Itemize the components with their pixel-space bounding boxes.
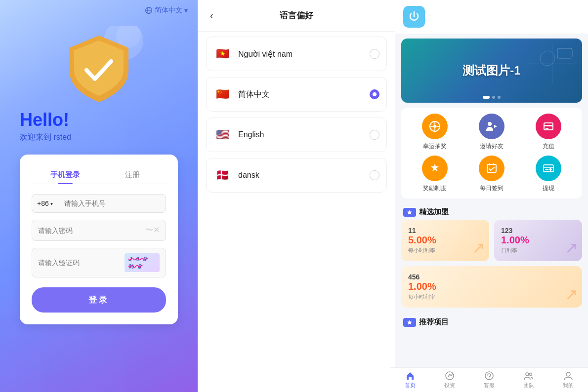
invest-card-1[interactable]: 11 5.00% 每小时利率 ↗ bbox=[401, 220, 489, 261]
invest-arrow-3: ↗ bbox=[565, 285, 578, 304]
banner[interactable]: 测试图片-1 bbox=[401, 39, 582, 103]
invest-rate-1: 5.00% bbox=[408, 235, 482, 246]
language-selector[interactable]: 简体中文 ▾ bbox=[135, 0, 198, 21]
icon-recharge[interactable]: 充值 bbox=[522, 114, 574, 151]
reward-circle bbox=[422, 156, 448, 181]
home-icon bbox=[405, 371, 415, 381]
nav-team[interactable]: 团队 bbox=[509, 368, 548, 392]
icon-invite[interactable]: 邀请好友 bbox=[466, 114, 518, 151]
invest-number-2: 123 bbox=[501, 227, 575, 235]
tab-phone-login[interactable]: 手机登录 bbox=[32, 166, 99, 184]
language-name-danish: dansk bbox=[238, 171, 370, 180]
nav-home[interactable]: 首页 bbox=[395, 368, 430, 392]
dot-1 bbox=[483, 96, 490, 99]
language-item-vietnamese[interactable]: 🇻🇳 Người việt nam bbox=[206, 37, 387, 71]
password-input-group: 〜✕ bbox=[32, 220, 166, 241]
hello-subtitle: 欢迎来到 rsted bbox=[20, 132, 178, 143]
recharge-circle bbox=[536, 114, 561, 139]
language-panel: ‹ 语言偏好 🇻🇳 Người việt nam 🇨🇳 简体中文 🇺🇸 Engl… bbox=[198, 0, 395, 392]
password-row: 〜✕ bbox=[32, 220, 166, 241]
language-item-chinese[interactable]: 🇨🇳 简体中文 bbox=[206, 77, 387, 112]
radio-inner-chinese bbox=[373, 92, 377, 96]
icon-reward[interactable]: 奖励制度 bbox=[409, 156, 461, 193]
banner-dots bbox=[483, 96, 501, 99]
reward-icon bbox=[428, 162, 441, 175]
radio-danish[interactable] bbox=[370, 170, 379, 180]
svg-rect-5 bbox=[557, 48, 572, 58]
password-input[interactable] bbox=[38, 227, 145, 235]
dot-2 bbox=[492, 96, 495, 99]
invest-label-2: 日利率 bbox=[501, 247, 575, 254]
globe-icon bbox=[145, 6, 153, 14]
language-panel-title: 语言偏好 bbox=[280, 10, 313, 21]
country-code-value: +86 bbox=[37, 199, 49, 207]
icon-grid: 幸运抽奖 邀请好友 bbox=[401, 108, 582, 198]
svg-point-6 bbox=[540, 51, 555, 66]
icon-checkin[interactable]: 每日签到 bbox=[466, 156, 518, 193]
invest-label-3: 每小时利率 bbox=[408, 293, 575, 301]
investment-grid: 11 5.00% 每小时利率 ↗ 123 1.00% 日利率 ↗ 456 1.0… bbox=[395, 220, 588, 313]
banner-decoration bbox=[528, 43, 577, 83]
radio-english[interactable] bbox=[370, 130, 379, 140]
language-item-english[interactable]: 🇺🇸 English bbox=[206, 118, 387, 152]
svg-point-30 bbox=[566, 372, 570, 376]
language-item-danish[interactable]: 🇩🇰 dansk bbox=[206, 158, 387, 193]
login-button[interactable]: 登录 bbox=[32, 287, 166, 313]
svg-point-29 bbox=[530, 373, 532, 376]
invest-arrow-2: ↗ bbox=[565, 238, 578, 257]
featured-title: 精选加盟 bbox=[419, 207, 449, 217]
profile-icon bbox=[563, 371, 573, 381]
withdraw-icon bbox=[542, 162, 555, 175]
back-button[interactable]: ‹ bbox=[208, 8, 215, 23]
radio-chinese[interactable] bbox=[370, 89, 379, 99]
featured-section-header: 精选加盟 bbox=[395, 202, 588, 220]
phone-input-row: +86 ▾ bbox=[32, 194, 166, 213]
app-icon bbox=[403, 6, 425, 28]
nav-service-label: 客服 bbox=[484, 382, 495, 389]
svg-rect-17 bbox=[546, 128, 548, 129]
captcha-input[interactable] bbox=[38, 259, 125, 267]
shield-illustration bbox=[54, 26, 143, 105]
flag-english: 🇺🇸 bbox=[213, 126, 231, 144]
svg-rect-16 bbox=[544, 125, 553, 126]
nav-service[interactable]: 客服 bbox=[469, 368, 509, 392]
chevron-down-icon: ▾ bbox=[184, 6, 188, 14]
svg-point-27 bbox=[489, 378, 490, 379]
lucky-draw-label: 幸运抽奖 bbox=[423, 142, 447, 151]
svg-rect-21 bbox=[544, 165, 553, 172]
nav-invest[interactable]: 投资 bbox=[430, 368, 469, 392]
badge-icon bbox=[406, 209, 413, 216]
invite-icon bbox=[485, 120, 498, 133]
language-header: ‹ 语言偏好 bbox=[198, 0, 395, 32]
invest-card-3[interactable]: 456 1.00% 每小时利率 ↗ bbox=[401, 266, 582, 308]
language-list: 🇻🇳 Người việt nam 🇨🇳 简体中文 🇺🇸 English 🇩🇰 … bbox=[198, 32, 395, 392]
nav-team-label: 团队 bbox=[523, 382, 534, 389]
captcha-image[interactable]: J 4 9 % 8 bbox=[125, 253, 160, 272]
svg-point-25 bbox=[446, 372, 454, 380]
eye-icon[interactable]: 〜✕ bbox=[145, 225, 160, 235]
featured-badge bbox=[403, 208, 416, 217]
power-icon bbox=[407, 10, 421, 24]
invest-label-1: 每小时利率 bbox=[408, 247, 482, 254]
invest-number-1: 11 bbox=[408, 227, 482, 235]
invest-rate-3: 1.00% bbox=[408, 281, 575, 292]
flag-danish: 🇩🇰 bbox=[213, 166, 231, 184]
country-code-selector[interactable]: +86 ▾ bbox=[32, 195, 58, 212]
app-body: 测试图片-1 幸运抽奖 bbox=[395, 34, 588, 392]
checkin-label: 每日签到 bbox=[480, 184, 504, 193]
flag-chinese: 🇨🇳 bbox=[213, 85, 231, 103]
language-name-vietnamese: Người việt nam bbox=[238, 49, 370, 59]
svg-rect-18 bbox=[487, 164, 496, 172]
banner-text: 测试图片-1 bbox=[462, 63, 520, 78]
invest-card-2[interactable]: 123 1.00% 日利率 ↗ bbox=[494, 220, 582, 261]
radio-vietnamese[interactable] bbox=[370, 49, 379, 59]
phone-input[interactable] bbox=[58, 195, 166, 212]
tab-register[interactable]: 注册 bbox=[99, 166, 166, 184]
checkin-circle bbox=[479, 156, 504, 181]
icon-withdraw[interactable]: 提现 bbox=[522, 156, 574, 193]
bottom-nav: 首页 投资 客服 团队 bbox=[395, 367, 588, 392]
icon-lucky-draw[interactable]: 幸运抽奖 bbox=[409, 114, 461, 151]
captcha-row: J 4 9 % 8 bbox=[32, 248, 166, 277]
hello-section: Hello! 欢迎来到 rsted bbox=[0, 110, 198, 143]
nav-profile[interactable]: 我的 bbox=[548, 368, 588, 392]
